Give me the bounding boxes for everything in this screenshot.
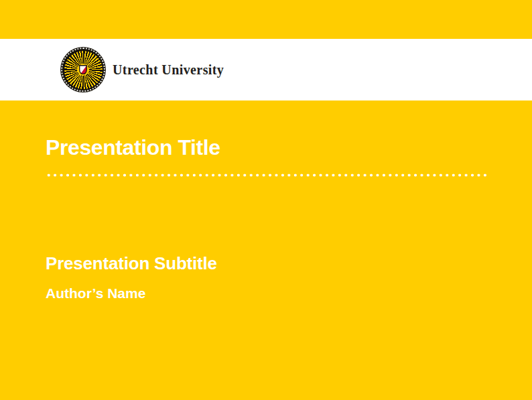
dotted-divider [46,174,488,177]
author-name: Author’s Name [46,285,145,301]
university-wordmark: Utrecht University [113,62,224,78]
utrecht-university-sun-logo-icon [60,47,106,92]
logo-core [77,64,89,76]
presentation-subtitle: Presentation Subtitle [46,254,217,273]
utrecht-shield-icon [79,65,87,75]
presentation-title: Presentation Title [46,136,220,159]
logo-band: Utrecht University [0,39,532,101]
top-yellow-band [0,0,532,39]
title-slide: Utrecht University Presentation Title Pr… [0,0,532,400]
